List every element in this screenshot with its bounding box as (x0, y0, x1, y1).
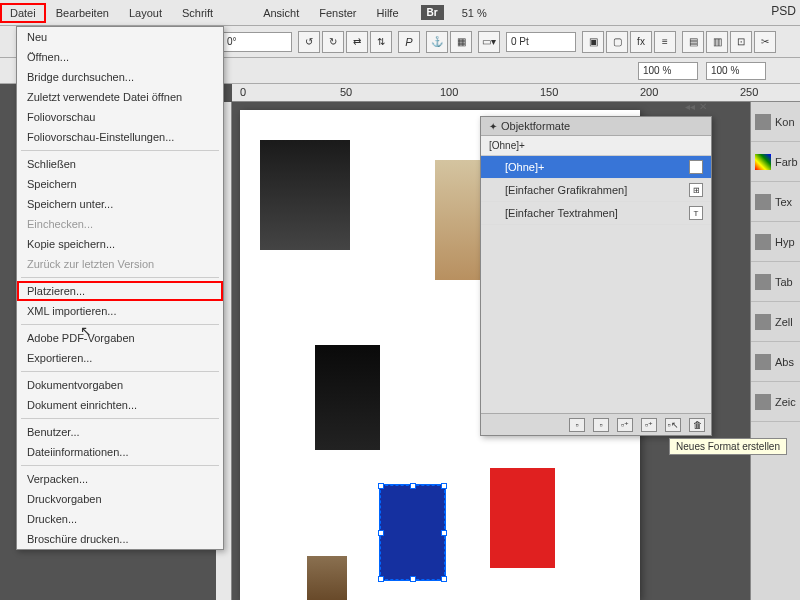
new-style-icon[interactable]: ▫↖ (665, 418, 681, 432)
file-menu-item-7[interactable]: Schließen (17, 154, 223, 174)
panel-tab-tabelle[interactable]: Tab (751, 262, 800, 302)
opt1-icon[interactable]: ▣ (582, 31, 604, 53)
file-menu-item-5[interactable]: Foliovorschau-Einstellungen... (17, 127, 223, 147)
opt2-icon[interactable]: ▢ (606, 31, 628, 53)
flip-v-icon[interactable]: ⇅ (370, 31, 392, 53)
file-menu-item-1[interactable]: Öffnen... (17, 47, 223, 67)
paragraph-icon[interactable]: P (398, 31, 420, 53)
file-menu-item-9[interactable]: Speichern unter... (17, 194, 223, 214)
apply-text-icon[interactable]: ▫⁺ (617, 418, 633, 432)
flip-h-icon[interactable]: ⇄ (346, 31, 368, 53)
file-menu-item-10: Einchecken... (17, 214, 223, 234)
file-menu-item-23[interactable]: Benutzer... (17, 422, 223, 442)
file-menu-item-8[interactable]: Speichern (17, 174, 223, 194)
menu-hilfe[interactable]: Hilfe (367, 3, 409, 23)
menu-schrift[interactable]: Schrift (172, 3, 223, 23)
file-menu-item-2[interactable]: Bridge durchsuchen... (17, 67, 223, 87)
none-icon: ⊘ (689, 160, 703, 174)
rotate-cw-icon[interactable]: ↻ (322, 31, 344, 53)
file-menu-item-11[interactable]: Kopie speichern... (17, 234, 223, 254)
clear-attr-icon[interactable]: ▫ (593, 418, 609, 432)
panel-tab-hyperlinks[interactable]: Hyp (751, 222, 800, 262)
file-menu-item-14[interactable]: Platzieren... (17, 281, 223, 301)
stroke-weight[interactable]: 0 Pt (506, 32, 576, 52)
file-menu-item-21[interactable]: Dokument einrichten... (17, 395, 223, 415)
opt3-icon[interactable]: ≡ (654, 31, 676, 53)
stroke-dropdown[interactable]: ▭▾ (478, 31, 500, 53)
rotation-field-1[interactable]: 0° (222, 32, 292, 52)
ruler-horizontal: 0 50 100 150 200 250 (232, 84, 800, 102)
panel-dock: Kon Farb Tex Hyp Tab Zell Abs Zeic (750, 102, 800, 600)
crop-icon[interactable]: ✂ (754, 31, 776, 53)
menu-fenster[interactable]: Fenster (309, 3, 366, 23)
panel-tab[interactable]: ✦ Objektformate (481, 117, 711, 136)
placed-image-5[interactable] (490, 468, 555, 568)
file-menu-item-3[interactable]: Zuletzt verwendete Datei öffnen (17, 87, 223, 107)
format-label: PSD (771, 4, 796, 18)
apply-graphic-icon[interactable]: ▫⁺ (641, 418, 657, 432)
file-menu-item-20[interactable]: Dokumentvorgaben (17, 375, 223, 395)
file-menu-item-18[interactable]: Exportieren... (17, 348, 223, 368)
tooltip: Neues Format erstellen (669, 438, 787, 455)
panel-current-style: [Ohne]+ (481, 136, 711, 156)
panel-close-icon[interactable]: ✕ (699, 101, 707, 112)
frame-fit-3-icon[interactable]: ⊡ (730, 31, 752, 53)
file-menu-item-0[interactable]: Neu (17, 27, 223, 47)
file-menu-item-17[interactable]: Adobe PDF-Vorgaben (17, 328, 223, 348)
file-menu-item-24[interactable]: Dateiinformationen... (17, 442, 223, 462)
objektformate-panel: ◂◂✕ ✦ Objektformate [Ohne]+ [Ohne]+⊘ [Ei… (480, 116, 712, 436)
text-frame-icon: T (689, 206, 703, 220)
panel-tab-zeichen[interactable]: Zeic (751, 382, 800, 422)
style-row-grafikrahmen[interactable]: [Einfacher Grafikrahmen]⊞ (481, 179, 711, 202)
file-menu-item-29[interactable]: Broschüre drucken... (17, 529, 223, 549)
file-menu-item-27[interactable]: Druckvorgaben (17, 489, 223, 509)
file-menu-item-28[interactable]: Drucken... (17, 509, 223, 529)
file-menu-item-26[interactable]: Verpacken... (17, 469, 223, 489)
placed-image-4-selected[interactable] (380, 485, 445, 580)
clear-override-icon[interactable]: ▫ (569, 418, 585, 432)
placed-image-6[interactable] (307, 556, 347, 600)
scale-x[interactable]: 100 % (638, 62, 698, 80)
wrap-icon[interactable]: ▦ (450, 31, 472, 53)
panel-tab-text[interactable]: Tex (751, 182, 800, 222)
panel-tab-zelle[interactable]: Zell (751, 302, 800, 342)
style-row-textrahmen[interactable]: [Einfacher Textrahmen]T (481, 202, 711, 225)
menu-datei[interactable]: Datei (0, 3, 46, 23)
anchor-icon[interactable]: ⚓ (426, 31, 448, 53)
graphic-frame-icon: ⊞ (689, 183, 703, 197)
panel-footer: ▫ ▫ ▫⁺ ▫⁺ ▫↖ 🗑 (481, 413, 711, 435)
frame-fit-1-icon[interactable]: ▤ (682, 31, 704, 53)
panel-tab-kontur[interactable]: Kon (751, 102, 800, 142)
file-menu-item-4[interactable]: Foliovorschau (17, 107, 223, 127)
placed-image-3[interactable] (315, 345, 380, 450)
zoom-level[interactable]: 51 % (462, 7, 487, 19)
frame-fit-2-icon[interactable]: ▥ (706, 31, 728, 53)
panel-tab-absatz[interactable]: Abs (751, 342, 800, 382)
menu-layout[interactable]: Layout (119, 3, 172, 23)
menu-ansicht[interactable]: Ansicht (253, 3, 309, 23)
fx-icon[interactable]: fx (630, 31, 652, 53)
file-menu-dropdown: NeuÖffnen...Bridge durchsuchen...Zuletzt… (16, 26, 224, 550)
panel-tab-farbe[interactable]: Farb (751, 142, 800, 182)
scale-y[interactable]: 100 % (706, 62, 766, 80)
file-menu-item-12: Zurück zur letzten Version (17, 254, 223, 274)
menubar: Datei Bearbeiten Layout Schrift Ansicht … (0, 0, 800, 26)
delete-style-icon[interactable]: 🗑 (689, 418, 705, 432)
file-menu-item-15[interactable]: XML importieren... (17, 301, 223, 321)
bridge-button[interactable]: Br (421, 5, 444, 20)
style-row-ohne[interactable]: [Ohne]+⊘ (481, 156, 711, 179)
rotate-ccw-icon[interactable]: ↺ (298, 31, 320, 53)
placed-image-1[interactable] (260, 140, 350, 250)
panel-collapse-icon[interactable]: ◂◂ (685, 101, 695, 112)
menu-bearbeiten[interactable]: Bearbeiten (46, 3, 119, 23)
